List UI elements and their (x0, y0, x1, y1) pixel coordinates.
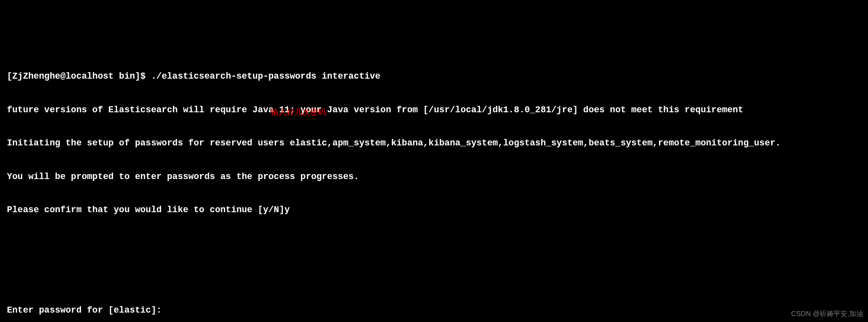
password-prompt: Enter password for [elastic]: (7, 305, 861, 316)
output-line: Initiating the setup of passwords for re… (7, 138, 861, 149)
annotation-text: 输入好几次密码 (271, 107, 326, 118)
output-line: future versions of Elasticsearch will re… (7, 104, 861, 116)
blank-line (7, 238, 861, 249)
shell-prompt: [ZjZhenghe@localhost bin]$ (7, 71, 151, 81)
entered-command: ./elasticsearch-setup-passwords interact… (151, 71, 380, 81)
terminal-output[interactable]: [ZjZhenghe@localhost bin]$ ./elasticsear… (0, 45, 868, 322)
blank-line (7, 271, 861, 282)
command-line: [ZjZhenghe@localhost bin]$ ./elasticsear… (7, 71, 861, 82)
output-line: Please confirm that you would like to co… (7, 204, 861, 216)
watermark-text: CSDN @祈祷平安,加油 (791, 308, 863, 320)
output-line: You will be prompted to enter passwords … (7, 171, 861, 183)
